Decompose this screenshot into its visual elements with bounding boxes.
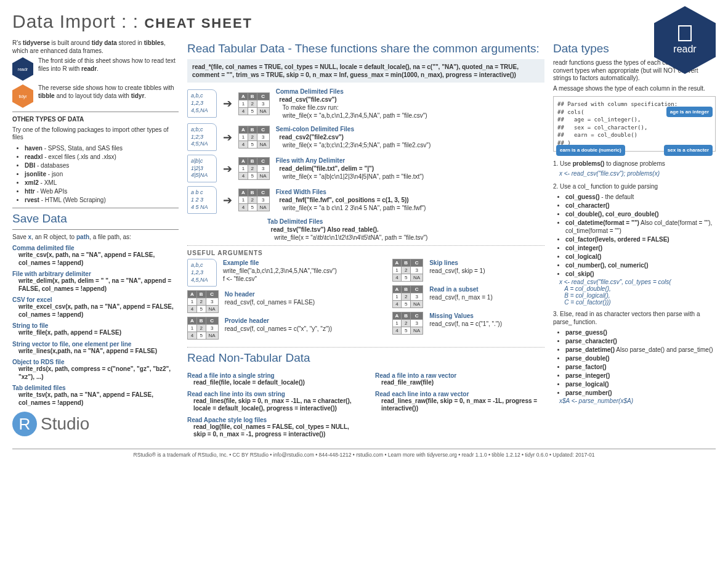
list-item: haven - SPSS, Stata, and SAS files bbox=[25, 144, 179, 152]
other-types-head: OTHER TYPES OF DATA bbox=[12, 116, 179, 124]
list-item: rvest - HTML (Web Scraping) bbox=[25, 196, 179, 204]
list-item: httr - Web APIs bbox=[25, 187, 179, 195]
list-item: DBI - databases bbox=[25, 161, 179, 169]
arrow-icon: ➔ bbox=[223, 162, 232, 176]
intro-text: R's tidyverse is built around tidy data … bbox=[12, 39, 179, 55]
file-icon: a b c1 2 34 5 NA bbox=[187, 186, 217, 214]
file-icon: a;b;c1;2;34;5;NA bbox=[187, 123, 217, 151]
footer: RStudio® is a trademark of RStudio, Inc.… bbox=[12, 449, 716, 458]
tidyr-icon: tidyr bbox=[12, 84, 33, 108]
useful-args-head: USEFUL ARGUMENTS bbox=[187, 250, 544, 256]
file-icon: a,b,c1,2,34,5,NA bbox=[187, 89, 217, 117]
arrow-icon: ➔ bbox=[223, 193, 232, 207]
other-types-list: haven - SPSS, Stata, and SAS filesreadxl… bbox=[12, 144, 179, 204]
page-title: Data Import : : CHEAT SHEET bbox=[12, 11, 716, 32]
list-item: jsonlite - json bbox=[25, 170, 179, 178]
non-tabular-head: Read Non-Tabular Data bbox=[187, 351, 544, 365]
parse-output-box: ## Parsed with column specification: ## … bbox=[553, 96, 716, 152]
read-tabular-head: Read Tabular Data - These functions shar… bbox=[187, 42, 544, 55]
rstudio-logo: RStudio bbox=[12, 412, 179, 436]
save-data-head: Save Data bbox=[12, 212, 179, 226]
arrow-icon: ➔ bbox=[223, 131, 232, 144]
arrow-icon: ➔ bbox=[223, 97, 232, 110]
file-icon: a|b|c1|2|34|5|NA bbox=[187, 155, 217, 182]
list-item: xml2 - XML bbox=[25, 179, 179, 187]
read-signature: read_*(file, col_names = TRUE, col_types… bbox=[187, 59, 544, 83]
list-item: readxl - excel files (.xls and .xlsx) bbox=[25, 153, 179, 161]
readr-icon: readr bbox=[12, 57, 33, 81]
